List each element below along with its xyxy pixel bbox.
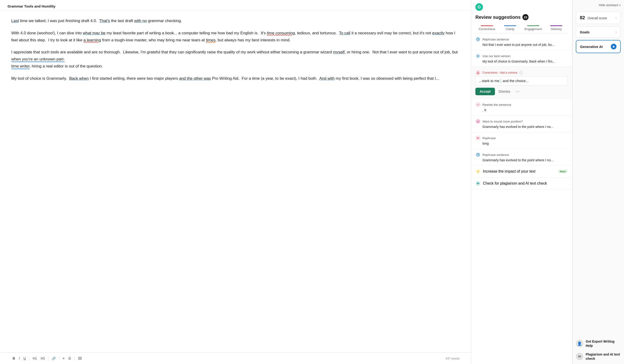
suggestion-label-3: Correctness · Add a comma xyxy=(482,71,517,74)
generative-label: Generative AI xyxy=(580,45,603,49)
suggestions-panel: G Review suggestions 23 Correctness Clar… xyxy=(471,0,572,364)
h1-button[interactable]: H1 xyxy=(31,356,38,361)
hide-assistant-label: Hide assistant xyxy=(599,3,618,7)
phrase-and-with: And with xyxy=(319,76,335,81)
word-last: Last xyxy=(11,19,19,23)
paragraph-1: Last time we talked, I was just finishin… xyxy=(11,17,460,25)
generative-ai-card[interactable]: Generative AI xyxy=(576,40,621,53)
inserted-comma: , xyxy=(499,78,502,83)
suggestion-header-4: Rewrite the sentence xyxy=(475,102,568,107)
underline-button[interactable]: U xyxy=(22,356,27,361)
link-button[interactable]: 🔗 xyxy=(50,356,57,361)
editor-content[interactable]: Last time we talked, I was just finishin… xyxy=(0,11,471,352)
suggestion-icon-1 xyxy=(475,37,481,42)
tabs-bar: Correctness Clarity Engagement Delivery xyxy=(475,24,568,33)
suggestion-text-6: long xyxy=(482,142,568,145)
suggestion-header-3: Correctness · Add a comma i xyxy=(475,70,568,75)
score-display: 82 Overall score xyxy=(580,15,607,21)
suggestion-plagiarism[interactable]: 99 Check for plagiarism and AI text chec… xyxy=(471,178,572,189)
plagiarism-link[interactable]: 99 Plagiarism and AI text check xyxy=(576,352,621,361)
suggestion-rephrase-sentence-2[interactable]: Rephrase sentence Grammarly has evolved … xyxy=(471,149,572,166)
more-options-button[interactable]: ··· xyxy=(514,88,521,95)
tab-delivery[interactable]: Delivery xyxy=(545,24,568,33)
suggestion-text-5: Grammarly has evolved to the point where… xyxy=(482,125,568,129)
suggestion-best-version[interactable]: Use our best version My tool of choice i… xyxy=(471,50,572,67)
tab-engagement[interactable]: Engagement xyxy=(522,24,545,33)
svg-point-0 xyxy=(477,38,479,41)
dismiss-button[interactable]: Dismiss xyxy=(497,88,512,95)
phrase-what-may-be: what may be xyxy=(83,31,105,35)
suggestion-label-5: Want to sound more positive? xyxy=(482,120,523,123)
paragraph-3: I appreciate that such tools are availab… xyxy=(11,49,460,70)
suggestion-highlight: ...stark to me, and the choice... xyxy=(475,76,568,85)
suggestion-correctness[interactable]: Correctness · Add a comma i ...stark to … xyxy=(471,67,572,99)
expert-icon: 👤 xyxy=(576,340,583,347)
hide-assistant-chevron: » xyxy=(619,3,621,7)
suggestion-positive[interactable]: Want to sound more positive? Grammarly h… xyxy=(471,115,572,132)
plagiarism-icon: 99 xyxy=(475,181,481,186)
ordered-list-button[interactable]: ≡ xyxy=(61,356,66,361)
info-icon[interactable]: i xyxy=(519,71,523,75)
suggestion-header-6: Rephrase xyxy=(475,135,568,141)
phrase-and-the-other-was: and the other was xyxy=(179,76,211,81)
tab-correctness[interactable]: Correctness xyxy=(475,24,498,33)
grammarly-logo: G xyxy=(475,3,483,11)
phrase-back-when: Back when xyxy=(69,76,89,81)
editor-title: Grammar Tools and Humility xyxy=(0,0,471,11)
phrase-a-learning: a learning xyxy=(83,38,101,42)
suggestion-label-6: Rephrase xyxy=(482,136,496,140)
goals-label: Goals xyxy=(580,30,590,34)
suggestion-label-4: Rewrite the sentence xyxy=(482,103,511,106)
score-card[interactable]: 82 Overall score › xyxy=(576,12,621,24)
suggestions-list: Rephrase sentence Not that I ever want t… xyxy=(471,33,572,364)
suggestion-text-7: Grammarly has evolved to the point where… xyxy=(482,158,568,162)
tab-engagement-label: Engagement xyxy=(524,27,542,31)
toolbar-separator-3 xyxy=(59,356,59,361)
suggestion-increase-impact[interactable]: ⚡ Increase the impact of your text New! xyxy=(471,166,572,178)
phrase-with-no: with no xyxy=(134,19,147,23)
italic-button[interactable]: I xyxy=(17,356,21,361)
suggestion-text-4: . It xyxy=(482,108,568,112)
phrase-to-call: To call xyxy=(339,31,350,35)
suggestion-rewrite[interactable]: Rewrite the sentence . It xyxy=(471,99,572,115)
score-label: Overall score xyxy=(588,16,607,20)
new-badge: New! xyxy=(558,170,568,173)
h2-button[interactable]: H2 xyxy=(39,356,46,361)
phrase-but-when: when you're an unknown part-time writer xyxy=(11,57,65,69)
suggestion-text-1: Not that I ever want to put anyone out o… xyxy=(482,43,568,47)
suggestion-header-7: Rephrase sentence xyxy=(475,152,568,157)
word-count: 447 words xyxy=(445,357,460,360)
clear-format-button[interactable]: ⌧ xyxy=(77,356,83,361)
suggestion-rephrase-sentence-1[interactable]: Rephrase sentence Not that I ever want t… xyxy=(471,33,572,50)
suggestion-label-1: Rephrase sentence xyxy=(482,38,509,41)
score-number: 82 xyxy=(580,15,585,20)
hide-assistant-button[interactable]: Hide assistant » xyxy=(599,3,621,7)
suggestion-rephrase-long[interactable]: Rephrase long xyxy=(471,132,572,149)
suggestion-icon-3 xyxy=(475,70,481,75)
accept-button[interactable]: Accept xyxy=(475,88,495,95)
tab-clarity-indicator xyxy=(504,26,516,26)
svg-point-4 xyxy=(477,120,479,123)
tab-clarity-label: Clarity xyxy=(506,27,515,31)
review-title-text: Review suggestions xyxy=(475,15,520,20)
tab-engagement-indicator xyxy=(527,26,539,26)
goals-card[interactable]: Goals › xyxy=(576,26,621,38)
svg-point-3 xyxy=(478,73,478,74)
plagiarism-sidebar-label: Plagiarism and AI text check xyxy=(586,352,621,361)
phrase-time-consuming: time consuming xyxy=(267,31,295,35)
unordered-list-button[interactable]: ☰ xyxy=(67,356,73,361)
goals-chevron: › xyxy=(616,30,617,34)
review-count-badge: 23 xyxy=(522,14,528,20)
sidebar: Hide assistant » 82 Overall score › Goal… xyxy=(572,0,624,364)
suggestion-header-1: Rephrase sentence xyxy=(475,37,568,42)
bold-button[interactable]: B xyxy=(11,356,16,361)
word-exactly: exactly xyxy=(432,31,445,35)
word-myself: myself xyxy=(333,50,345,54)
score-chevron: › xyxy=(616,16,617,20)
suggestion-icon-4 xyxy=(475,102,481,107)
suggestion-icon-7 xyxy=(475,152,481,157)
expert-writing-link[interactable]: 👤 Get Expert Writing Help xyxy=(576,339,621,348)
svg-point-5 xyxy=(477,153,479,156)
tab-clarity[interactable]: Clarity xyxy=(498,24,521,33)
plagiarism-sidebar-icon: 99 xyxy=(576,353,583,360)
